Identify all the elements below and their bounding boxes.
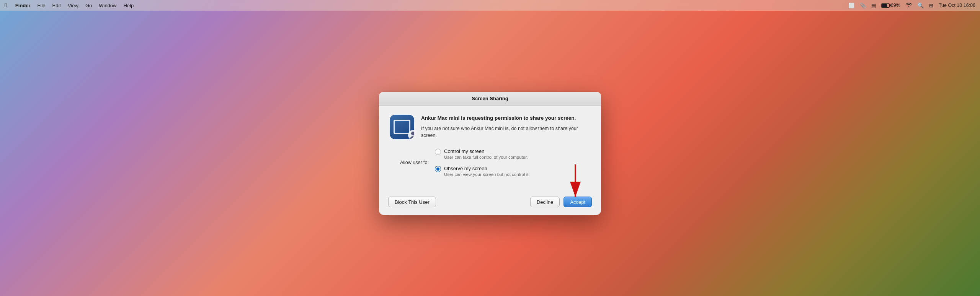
- person-icon: [408, 130, 414, 139]
- dialog-content-row: Ankur Mac mini is requesting permission …: [390, 115, 590, 139]
- screen-sharing-dialog: Screen Sharing Ankur Mac mini is request: [379, 92, 601, 215]
- dialog-footer: Block This User Decline Accept: [379, 191, 601, 215]
- screen-icon: [394, 120, 410, 134]
- dialog-title: Screen Sharing: [472, 96, 508, 101]
- radio-option-control[interactable]: Control my screen User can take full con…: [435, 148, 530, 159]
- dialog-secondary-message: If you are not sure who Ankur Mac mini i…: [421, 125, 590, 140]
- decline-button[interactable]: Decline: [530, 197, 560, 207]
- dialog-overlay: Screen Sharing Ankur Mac mini is request: [0, 0, 980, 296]
- radio-option-observe-text: Observe my screen User can view your scr…: [444, 166, 530, 177]
- block-user-button[interactable]: Block This User: [388, 197, 436, 207]
- radio-observe-label: Observe my screen: [444, 166, 530, 171]
- radio-options: Control my screen User can take full con…: [435, 148, 530, 177]
- radio-control-label: Control my screen: [444, 148, 528, 154]
- arrow-annotation: [570, 164, 581, 204]
- dialog-message: Ankur Mac mini is requesting permission …: [421, 115, 590, 139]
- radio-option-control-text: Control my screen User can take full con…: [444, 148, 528, 159]
- dialog-titlebar: Screen Sharing: [379, 92, 601, 106]
- allow-label: Allow user to:: [393, 160, 435, 165]
- radio-control-desc: User can take full control of your compu…: [444, 155, 528, 159]
- radio-observe-desc: User can view your screen but not contro…: [444, 172, 530, 177]
- radio-option-observe[interactable]: Observe my screen User can view your scr…: [435, 166, 530, 177]
- dialog-body: Ankur Mac mini is requesting permission …: [379, 106, 601, 191]
- app-icon: [390, 115, 414, 139]
- radio-button-control[interactable]: [435, 149, 441, 155]
- radio-section: Allow user to: Control my screen User ca…: [390, 148, 590, 177]
- radio-button-observe[interactable]: [435, 166, 441, 172]
- dialog-action-buttons: Decline Accept: [530, 197, 592, 207]
- dialog-primary-message: Ankur Mac mini is requesting permission …: [421, 115, 590, 122]
